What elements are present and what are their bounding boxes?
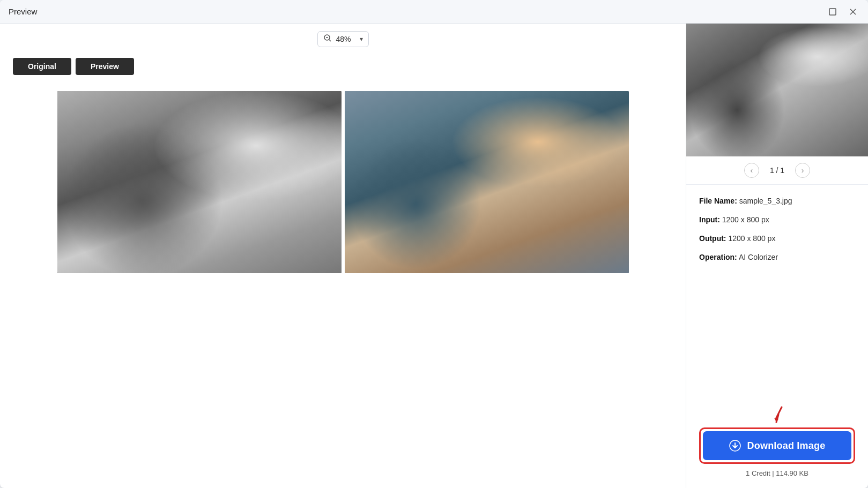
file-info: File Name: sample_5_3.jpg Input: 1200 x … [686,185,868,419]
preview-window: Preview [0,0,868,488]
operation-row: Operation: AI Colorizer [699,252,855,263]
file-name-label: File Name: [699,197,737,205]
svg-line-4 [329,40,331,41]
toolbar: 48% ▾ [0,24,686,52]
chevron-right-icon: › [802,166,804,175]
download-button-label: Download Image [747,440,826,452]
file-name-row: File Name: sample_5_3.jpg [699,196,855,207]
original-button[interactable]: Original [13,58,71,75]
main-panel: 48% ▾ Original Preview [0,24,686,488]
bw-photo [57,91,342,273]
download-button-wrapper: Download Image [699,427,855,464]
maximize-button[interactable] [826,5,839,18]
zoom-value: 48% [336,35,355,43]
next-page-button[interactable]: › [795,163,810,178]
titlebar: Preview [0,0,868,24]
chevron-left-icon: ‹ [751,166,753,175]
close-button[interactable] [847,5,859,18]
content-area: 48% ▾ Original Preview [0,24,868,488]
download-image-button[interactable]: Download Image [703,431,851,460]
window-title: Preview [9,7,37,16]
pagination-display: 1 / 1 [770,166,784,175]
preview-button[interactable]: Preview [76,58,134,75]
download-icon [729,440,741,452]
arrow-indicator [767,403,788,426]
zoom-icon [323,34,332,44]
input-label: Input: [699,215,720,224]
titlebar-controls [826,5,859,18]
pagination: ‹ 1 / 1 › [686,156,868,185]
zoom-control[interactable]: 48% ▾ [317,31,369,47]
image-separator [343,91,344,273]
svg-rect-0 [829,9,836,15]
operation-value: AI Colorizer [739,253,778,261]
output-row: Output: 1200 x 800 px [699,233,855,244]
color-photo [345,91,629,273]
thumbnail [686,24,868,156]
original-image [57,91,342,273]
credit-info: 1 Credit | 114.90 KB [746,469,808,477]
prev-page-button[interactable]: ‹ [744,163,759,178]
zoom-chevron-icon: ▾ [360,35,363,43]
output-value: 1200 x 800 px [728,234,775,243]
download-section: Download Image 1 Credit | 114.90 KB [686,419,868,488]
file-name-value: sample_5_3.jpg [739,197,792,205]
input-row: Input: 1200 x 800 px [699,214,855,226]
thumbnail-photo [686,24,868,156]
view-buttons: Original Preview [0,52,686,80]
operation-label: Operation: [699,253,737,261]
image-comparison [0,80,686,488]
output-label: Output: [699,234,726,243]
input-value: 1200 x 800 px [722,215,769,224]
preview-image [345,91,629,273]
sidebar: ‹ 1 / 1 › File Name: sample_5_3.jpg Inpu… [686,24,868,488]
